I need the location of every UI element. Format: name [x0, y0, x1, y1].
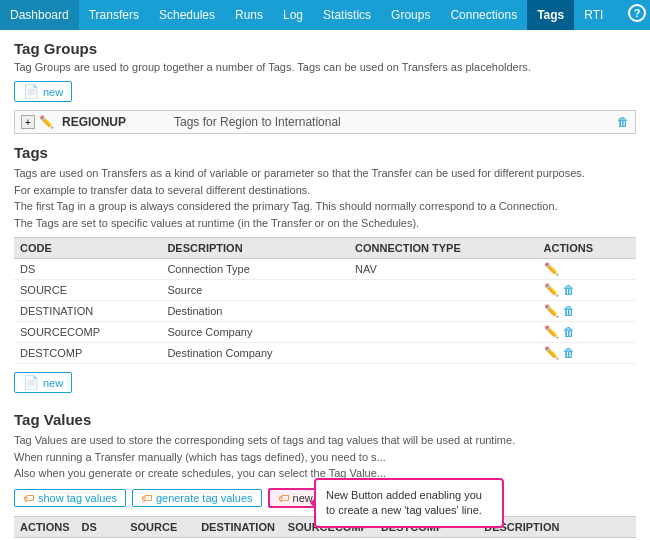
tag-description: Destination Company — [161, 343, 349, 364]
expand-button[interactable]: + — [21, 115, 35, 129]
col-description: DESCRIPTION — [161, 238, 349, 259]
help-icon[interactable]: ? — [628, 4, 646, 22]
tag-connection-type — [349, 343, 538, 364]
tag-description: Source Company — [161, 322, 349, 343]
tag-code: DS — [14, 259, 161, 280]
tags-desc-4: The Tags are set to specific values at r… — [14, 217, 419, 229]
tags-section: Tags Tags are used on Transfers as a kin… — [14, 144, 636, 401]
edit-tag-group-icon[interactable]: ✏️ — [39, 115, 54, 129]
new-tag-group-icon: 📄 — [23, 84, 39, 99]
tag-group-row: + ✏️ REGIONUP Tags for Region to Interna… — [14, 110, 636, 134]
new-tag-icon: 📄 — [23, 375, 39, 390]
tags-table-row: SOURCECOMP Source Company ✏️ 🗑 — [14, 322, 636, 343]
tag-edit-icon[interactable]: ✏️ — [544, 346, 559, 360]
tag-code: DESTCOMP — [14, 343, 161, 364]
nav-log[interactable]: Log — [273, 0, 313, 30]
tags-description: Tags are used on Transfers as a kind of … — [14, 165, 636, 231]
new-tag-group-label: new — [43, 86, 63, 98]
tags-desc-1: Tags are used on Transfers as a kind of … — [14, 167, 585, 179]
tag-description: Connection Type — [161, 259, 349, 280]
tv-desc-1: Tag Values are used to store the corresp… — [14, 434, 515, 446]
nav-groups[interactable]: Groups — [381, 0, 440, 30]
col-connection-type: CONNECTION TYPE — [349, 238, 538, 259]
generate-tag-values-button[interactable]: 🏷 generate tag values — [132, 489, 262, 507]
tv-buttons-row: 🏷 show tag values 🏷 generate tag values … — [14, 488, 636, 508]
tags-table-row: DS Connection Type NAV ✏️ — [14, 259, 636, 280]
tag-code: SOURCE — [14, 280, 161, 301]
tag-delete-icon[interactable]: 🗑 — [563, 304, 575, 318]
tv-desc-2: When running a Transfer manually (which … — [14, 451, 386, 463]
tag-groups-title: Tag Groups — [14, 40, 636, 57]
tag-values-section: Tag Values Tag Values are used to store … — [14, 411, 636, 540]
nav-statistics[interactable]: Statistics — [313, 0, 381, 30]
tooltip-text: New Button added enabling you to create … — [326, 489, 482, 516]
tag-connection-type — [349, 301, 538, 322]
tag-values-description: Tag Values are used to store the corresp… — [14, 432, 636, 482]
tags-desc-2: For example to transfer data to several … — [14, 184, 310, 196]
nav-dashboard[interactable]: Dashboard — [0, 0, 79, 30]
tv-col-actions: ACTIONS — [14, 516, 76, 537]
show-tag-values-label: show tag values — [38, 492, 117, 504]
new-tag-label: new — [43, 377, 63, 389]
tags-table-row: DESTCOMP Destination Company ✏️ 🗑 — [14, 343, 636, 364]
tv-col-destination: DESTINATION — [195, 516, 282, 537]
nav-schedules[interactable]: Schedules — [149, 0, 225, 30]
nav-connections[interactable]: Connections — [440, 0, 527, 30]
tag-connection-type — [349, 322, 538, 343]
tag-code: SOURCECOMP — [14, 322, 161, 343]
col-code: CODE — [14, 238, 161, 259]
tooltip-balloon: New Button added enabling you to create … — [314, 478, 504, 529]
delete-tag-group-icon[interactable]: 🗑 — [617, 115, 629, 129]
tag-delete-icon[interactable]: 🗑 — [563, 283, 575, 297]
tag-description: Source — [161, 280, 349, 301]
tags-title: Tags — [14, 144, 636, 161]
tag-delete-icon[interactable]: 🗑 — [563, 325, 575, 339]
tag-edit-icon[interactable]: ✏️ — [544, 325, 559, 339]
show-tag-values-icon: 🏷 — [23, 492, 34, 504]
new-tag-button[interactable]: 📄 new — [14, 372, 72, 393]
main-content: Tag Groups Tag Groups are used to group … — [0, 30, 650, 540]
nav-runs[interactable]: Runs — [225, 0, 273, 30]
generate-tag-values-label: generate tag values — [156, 492, 253, 504]
new-tag-group-button[interactable]: 📄 new — [14, 81, 72, 102]
new-tag-values-line-icon: 🏷 — [278, 492, 289, 504]
tag-groups-description: Tag Groups are used to group together a … — [14, 61, 636, 73]
tag-edit-icon[interactable]: ✏️ — [544, 304, 559, 318]
tag-group-desc: Tags for Region to International — [174, 115, 617, 129]
show-tag-values-button[interactable]: 🏷 show tag values — [14, 489, 126, 507]
tags-table-row: DESTINATION Destination ✏️ 🗑 — [14, 301, 636, 322]
top-navigation: Dashboard Transfers Schedules Runs Log S… — [0, 0, 650, 30]
tv-col-source: SOURCE — [124, 516, 195, 537]
tag-delete-icon[interactable]: 🗑 — [563, 346, 575, 360]
tag-connection-type — [349, 280, 538, 301]
generate-tag-values-icon: 🏷 — [141, 492, 152, 504]
tags-table-row: SOURCE Source ✏️ 🗑 — [14, 280, 636, 301]
nav-transfers[interactable]: Transfers — [79, 0, 149, 30]
tag-description: Destination — [161, 301, 349, 322]
col-actions: ACTIONS — [538, 238, 636, 259]
nav-rti[interactable]: RTI — [574, 0, 613, 30]
tag-code: DESTINATION — [14, 301, 161, 322]
tag-group-name: REGIONUP — [62, 115, 162, 129]
tag-edit-icon[interactable]: ✏️ — [544, 262, 559, 276]
tags-desc-3: The first Tag in a group is always consi… — [14, 200, 558, 212]
tag-values-title: Tag Values — [14, 411, 636, 428]
tag-connection-type: NAV — [349, 259, 538, 280]
tag-edit-icon[interactable]: ✏️ — [544, 283, 559, 297]
nav-tags[interactable]: Tags — [527, 0, 574, 30]
tags-table: CODE DESCRIPTION CONNECTION TYPE ACTIONS… — [14, 237, 636, 364]
tv-col-ds: DS — [76, 516, 125, 537]
